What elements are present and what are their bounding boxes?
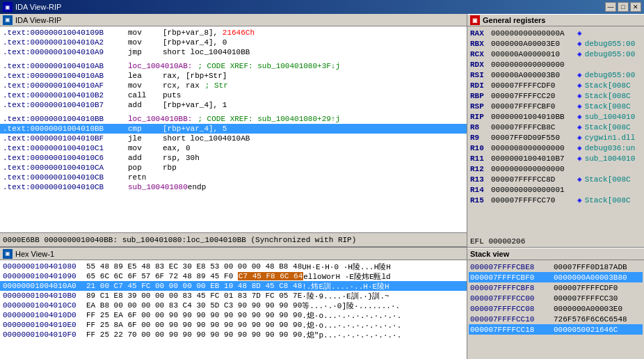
register-line: RIP 00000001004010BB◈sub_1004010 xyxy=(469,111,643,122)
stack-addr: 000007FFFFCC08 xyxy=(470,305,554,313)
register-line: R10 0000008000000000◈debug036:un xyxy=(469,143,643,153)
window-title-bar: ▣ IDA View-RIP — □ ✕ xyxy=(0,0,644,14)
stack-line[interactable]: 000007FFFFCC10726F576F6C6C6548 xyxy=(469,314,643,324)
reg-value: 0000000A00003E0 xyxy=(491,40,574,48)
reg-arrow[interactable]: ◈ xyxy=(577,122,582,131)
stack-value: 0000000A00003E0 xyxy=(554,305,623,313)
code-line[interactable]: .text:00000001004010A9 jmp short loc_100… xyxy=(0,47,467,57)
hex-line[interactable]: 00000001004010A021 00 C7 45 FC 00 00 00 … xyxy=(0,281,467,291)
reg-arrow[interactable]: ◈ xyxy=(577,143,582,152)
code-operand: rcx, rax xyxy=(163,81,200,90)
stack-line[interactable]: 000007FFFFCC180000050021646C xyxy=(469,324,643,335)
close-button[interactable]: ✕ xyxy=(630,2,641,12)
reg-arrow[interactable]: ◈ xyxy=(577,133,582,142)
stack-line[interactable]: 000007FFFFCBF8000007FFFFCDF0 xyxy=(469,282,643,293)
reg-value: 000007FFFFCC20 xyxy=(491,92,574,100)
register-line: RSP 000007FFFFCBF0◈Stack[008C xyxy=(469,101,643,111)
code-line[interactable]: .text:00000001004010AB lea rax, [rbp+Str… xyxy=(0,71,467,81)
code-line[interactable]: .text:000000010040109B mov [rbp+var_8], … xyxy=(0,28,467,38)
reg-arrow[interactable]: ◈ xyxy=(577,70,582,79)
reg-label: sub_1004010 xyxy=(585,154,636,163)
stack-content[interactable]: 000007FFFFCBE800007FFF0D187ADB000007FFFF… xyxy=(467,260,644,359)
code-comment: ; CODE XREF: sub_100401080+3F↓j xyxy=(198,62,340,70)
stack-title: Stack view xyxy=(470,250,509,258)
hex-addr: 00000001004010B0 xyxy=(3,292,86,300)
minimize-button[interactable]: — xyxy=(605,2,616,12)
window-controls[interactable]: — □ ✕ xyxy=(605,2,641,12)
maximize-button[interactable]: □ xyxy=(618,2,629,12)
code-line[interactable]: .text:00000001004010BF jle short loc_100… xyxy=(0,134,467,143)
hex-ascii: !.炜E訓....·..H·E陵H xyxy=(302,281,389,292)
reg-arrow[interactable]: ◈ xyxy=(577,102,582,111)
hex-line[interactable]: 000000010040108055 48 89 E5 48 83 EC 30 … xyxy=(0,262,467,271)
code-operand: puts xyxy=(163,91,181,99)
code-line[interactable]: .text:00000001004010B7 add [rbp+var_4], … xyxy=(0,100,467,110)
hex-ascii: .熄·o...·.·.·.·.·.·.·. xyxy=(302,310,401,321)
stack-title-bar: Stack view xyxy=(467,248,644,260)
hex-line[interactable]: 00000001004010B089 C1 E8 39 00 00 00 83 … xyxy=(0,291,467,301)
registers-title: General registers xyxy=(483,16,546,24)
hex-addr: 00000001004010A0 xyxy=(3,282,86,290)
code-mnemonic: lea xyxy=(128,72,163,80)
code-line[interactable]: .text:00000001004010CB retn xyxy=(0,173,467,182)
reg-label: Stack[008C xyxy=(585,102,631,111)
reg-arrow[interactable]: ◈ xyxy=(577,154,582,163)
reg-value: 00000001004010B7 xyxy=(491,154,574,163)
code-addr: .text:00000001004010AF xyxy=(3,81,128,90)
code-line[interactable]: .text:00000001004010BB cmp [rbp+var_4], … xyxy=(0,124,467,134)
hex-view-title-bar: ▣ Hex View-1 xyxy=(0,248,467,260)
hex-ascii: UH·Ε·H·0 ·H陵...H陵H xyxy=(302,262,391,272)
hex-line[interactable]: 00000001004010D0FF 25 EA 6F 00 00 90 90 … xyxy=(0,310,467,320)
code-mnemonic: mov xyxy=(128,81,163,90)
hex-addr: 00000001004010C0 xyxy=(3,301,86,310)
reg-arrow[interactable]: ◈ xyxy=(577,175,582,184)
hex-line[interactable]: 00000001004010C0EA B8 00 00 00 00 83 C4 … xyxy=(0,301,467,310)
stack-addr: 000007FFFFCC00 xyxy=(470,294,554,303)
code-line[interactable]: .text:00000001004010C6 add rsp, 30h xyxy=(0,153,467,163)
stack-line[interactable]: 000007FFFFCC080000000A00003E0 xyxy=(469,303,643,314)
code-line[interactable]: .text:00000001004010A2 mov [rbp+var_4], … xyxy=(0,38,467,47)
register-line: R9 00007FF0D09F550◈cygwin1.dll xyxy=(469,132,643,143)
reg-arrow[interactable]: ◈ xyxy=(577,196,582,205)
hex-view-panel: ▣ Hex View-1 000000010040108055 48 89 E5… xyxy=(0,248,467,359)
reg-name: RIP xyxy=(470,113,491,121)
stack-value: 0000000A00003B80 xyxy=(554,273,627,282)
code-line[interactable]: .text:00000001004010CB sub_100401080 end… xyxy=(0,182,467,192)
code-operand: rsp, 30h xyxy=(163,154,200,162)
reg-arrow[interactable]: ◈ xyxy=(577,112,582,121)
code-line[interactable]: .text:00000001004010BB loc_1004010BB:; C… xyxy=(0,114,467,124)
code-area[interactable]: .text:000000010040109B mov [rbp+var_8], … xyxy=(0,26,467,232)
reg-arrow[interactable]: ◈ xyxy=(577,49,582,58)
hex-line[interactable]: 000000010040109065 6C 6C 6F 57 6F 72 48 … xyxy=(0,271,467,281)
stack-line[interactable]: 000007FFFFCBF00000000A00003B80 xyxy=(469,272,643,282)
stack-line[interactable]: 000007FFFFCC00000007FFFFCC30 xyxy=(469,293,643,303)
reg-arrow[interactable]: ◈ xyxy=(577,81,582,90)
ida-view-panel: ▣ IDA View-RIP .text:000000010040109B mo… xyxy=(0,14,467,248)
efl-label: EFL xyxy=(470,237,484,246)
highlighted-byte: C7 45 F8 6C 64 xyxy=(238,272,303,280)
hex-ascii: ·陵·9....·E訓.·}訓.~ xyxy=(302,291,389,301)
code-line[interactable] xyxy=(0,192,467,196)
reg-content[interactable]: RAX 000000000000000A◈RBX 0000000A00003E0… xyxy=(467,26,644,236)
stack-addr: 000007FFFFCC18 xyxy=(470,326,554,334)
code-line[interactable]: .text:00000001004010C1 mov eax, 0 xyxy=(0,143,467,153)
code-mnemonic: mov xyxy=(128,29,163,37)
hex-line[interactable]: 00000001004010E0FF 25 8A 6F 00 00 90 90 … xyxy=(0,320,467,330)
reg-value: 000007FFFFCC70 xyxy=(491,196,574,205)
code-line[interactable]: .text:00000001004010AF mov rcx, rax; Str xyxy=(0,81,467,90)
code-comment: ; Str xyxy=(205,81,228,90)
hex-ascii: .熄"p...·.·.·.·.·.·.·. xyxy=(302,330,401,340)
reg-arrow[interactable]: ◈ xyxy=(577,39,582,48)
code-line[interactable]: .text:00000001004010AB loc_1004010AB:; C… xyxy=(0,61,467,71)
code-line[interactable]: .text:00000001004010CA pop rbp xyxy=(0,163,467,173)
hex-line[interactable]: 00000001004010F0FF 25 22 70 00 00 90 90 … xyxy=(0,330,467,340)
hex-content[interactable]: 000000010040108055 48 89 E5 48 83 EC 30 … xyxy=(0,260,467,359)
reg-arrow[interactable]: ◈ xyxy=(577,91,582,100)
register-line: RDX 0000000000000000 xyxy=(469,59,643,70)
code-line[interactable]: .text:00000001004010B2 call puts xyxy=(0,90,467,100)
stack-line[interactable]: 000007FFFFCBE800007FFF0D187ADB xyxy=(469,262,643,272)
stack-value: 000007FFFFCDF0 xyxy=(554,284,623,292)
hex-ascii: .熄·o...·.·.·.·.·.·.·. xyxy=(302,320,401,330)
reg-arrow[interactable]: ◈ xyxy=(577,29,582,38)
code-mnemonic: cmp xyxy=(128,125,163,133)
